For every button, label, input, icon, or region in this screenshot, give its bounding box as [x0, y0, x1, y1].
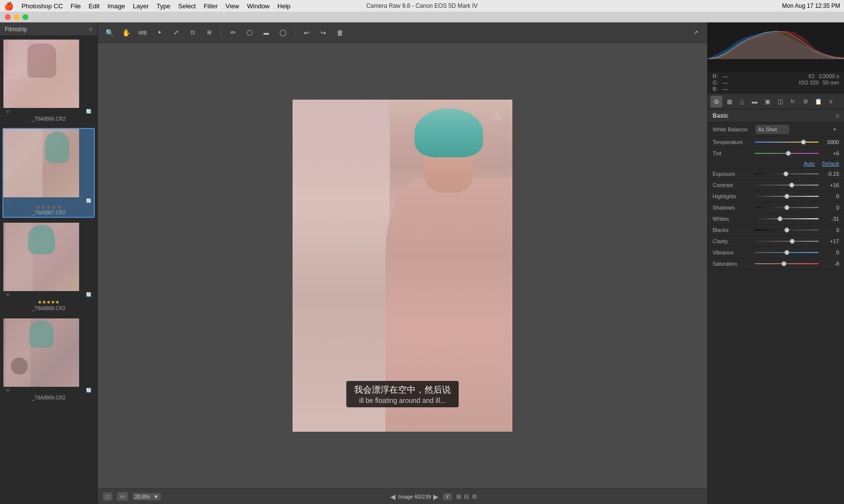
menu-help[interactable]: Help [277, 2, 291, 10]
radial-filter-tool[interactable]: ◯ [276, 26, 290, 40]
hair-element [415, 108, 483, 157]
open-object-btn[interactable]: ↗ [689, 26, 702, 40]
graduated-filter-tool[interactable]: ▬ [259, 26, 273, 40]
split-toning-tab[interactable]: ▣ [761, 96, 773, 107]
shadows-slider[interactable] [755, 204, 819, 211]
menu-window[interactable]: Window [247, 2, 270, 10]
menu-image[interactable]: Image [107, 2, 125, 10]
thumb-2 [3, 129, 79, 197]
contrast-slider[interactable] [755, 182, 819, 189]
right-panel: R: --- f/2 1/2000 s G: --- ISO 320 50 mm… [707, 22, 844, 504]
menu-type[interactable]: Type [157, 2, 170, 10]
toolbar: 🔍 ✋ WB ✦ ⤢ ⊡ ⊞ ✏ ◯ ▬ ◯ ↩ ↪ 🗑 ↗ [98, 22, 707, 43]
saturation-slider[interactable] [755, 260, 819, 267]
presets-tab[interactable]: 📋 [812, 96, 824, 107]
basic-tab[interactable]: ⊙ [711, 96, 722, 107]
wb-select-wrap: As Shot Auto Daylight Cloudy Shade Tungs… [756, 125, 839, 134]
aspect-ratio-btn[interactable]: ▭ [117, 492, 128, 501]
dot-5 [58, 206, 61, 209]
prev-image-btn[interactable]: ◀ [390, 493, 396, 501]
vibrance-slider[interactable] [755, 249, 819, 256]
app-name[interactable]: Photoshop CC [21, 2, 63, 10]
delete-btn[interactable]: 🗑 [333, 26, 347, 40]
filmstrip-item-4[interactable]: ⊞ 🔄 _T8A8869.CR2 [2, 317, 95, 403]
clarity-value: +17 [822, 238, 839, 244]
undo-btn[interactable]: ↩ [300, 26, 314, 40]
exposure-slider[interactable] [755, 170, 819, 177]
effects-tab[interactable]: fx [787, 96, 799, 107]
subtitle-chinese: 我会漂浮在空中，然后说 [354, 384, 451, 396]
next-image-btn[interactable]: ▶ [433, 493, 439, 501]
calibration-tab[interactable]: ⚙ [800, 96, 811, 107]
menu-filter[interactable]: Filter [204, 2, 218, 10]
zoom-value: 20.8% [135, 494, 150, 500]
filmstrip-item-2-icons: ⊞ 🔄 [3, 197, 94, 204]
spot-removal-tool[interactable]: ✏ [226, 26, 240, 40]
color-sampler-tool[interactable]: ✦ [152, 26, 166, 40]
blacks-slider[interactable] [755, 227, 819, 233]
filmstrip-item-3[interactable]: ⊞ 🔄 ★★★★★ _T8A8868.CR2 [2, 222, 95, 314]
hand-tool[interactable]: ✋ [119, 26, 133, 40]
g-value: --- [722, 80, 728, 85]
thumb-1 [3, 40, 79, 108]
saturation-row: Saturation -8 [708, 258, 844, 270]
filmstrip-item-1[interactable]: ⊞ 🔄 _T8A8866.CR2 [2, 39, 95, 124]
filmstrip-header: Filmstrip ≡ [0, 22, 97, 36]
tint-slider[interactable] [755, 150, 819, 157]
maximize-button[interactable] [22, 14, 28, 20]
auto-button[interactable]: Auto [804, 161, 815, 167]
panel-menu-icon[interactable]: ≡ [836, 112, 839, 119]
aspect-btn[interactable]: □ [103, 492, 113, 501]
grid-view-btn[interactable]: ⊞ [456, 493, 461, 500]
zoom-display: 20.8% ▼ [132, 493, 161, 501]
menu-layer[interactable]: Layer [133, 2, 149, 10]
tint-row: Tint +6 [708, 148, 844, 159]
wb-tool[interactable]: WB [136, 26, 149, 40]
zoom-tool[interactable]: 🔍 [103, 26, 116, 40]
redo-btn[interactable]: ↪ [316, 26, 330, 40]
y-flag-btn[interactable]: Y [443, 493, 452, 501]
filmstrip-menu-icon[interactable]: ≡ [89, 26, 92, 33]
apple-icon[interactable]: 🍎 [4, 1, 14, 11]
default-button[interactable]: Default [822, 161, 839, 167]
menu-edit[interactable]: Edit [89, 2, 100, 10]
menu-file[interactable]: File [71, 2, 81, 10]
whites-slider[interactable] [755, 215, 819, 222]
close-button[interactable] [5, 14, 11, 20]
zoom-dropdown-icon[interactable]: ▼ [153, 494, 159, 500]
settings-bottom-btn[interactable]: ⚙ [472, 493, 477, 500]
snapshots-tab[interactable]: ≡ [825, 96, 837, 107]
transform-tool[interactable]: ⊞ [202, 26, 216, 40]
filmstrip-filename-2: _T8A8867.CR2 [32, 210, 65, 215]
menu-select[interactable]: Select [178, 2, 196, 10]
iso: ISO 320 [799, 80, 819, 85]
crop-tool[interactable]: ⤢ [169, 26, 183, 40]
lens-tab[interactable]: ◫ [774, 96, 786, 107]
dot-1 [36, 206, 40, 209]
filmstrip-item-2-info: _T8A8867.CR2 [3, 204, 94, 217]
redeye-tool[interactable]: ◯ [243, 26, 256, 40]
tone-curve-tab[interactable]: ▦ [723, 96, 735, 107]
filmstrip-badge-left-2: ⊞ [6, 198, 10, 203]
photo-canvas: ⚠ 我会漂浮在空中，然后说 ill be floating around and… [293, 100, 512, 432]
clarity-slider[interactable] [755, 238, 819, 245]
exposure-label: Exposure [713, 171, 752, 177]
temperature-slider[interactable] [755, 139, 819, 146]
compare-btn[interactable]: ⊟ [464, 493, 469, 500]
wb-select[interactable]: As Shot Auto Daylight Cloudy Shade Tungs… [756, 125, 789, 134]
highlights-slider[interactable] [755, 193, 819, 200]
hsl-tab[interactable]: ▬ [749, 96, 760, 107]
tool-tabs: ⊙ ▦ △ ▬ ▣ ◫ fx ⚙ 📋 ≡ [708, 94, 844, 109]
filmstrip-filename-4: _T8A8869.CR2 [32, 395, 65, 400]
menu-view[interactable]: View [226, 2, 239, 10]
vibrance-label: Vibrance [713, 250, 752, 255]
thumb-3 [3, 223, 79, 291]
detail-tab[interactable]: △ [736, 96, 748, 107]
contrast-value: +16 [822, 182, 839, 188]
filmstrip-title: Filmstrip [5, 26, 27, 33]
straighten-tool[interactable]: ⊡ [186, 26, 199, 40]
minimize-button[interactable] [14, 14, 20, 20]
titlebar-buttons [5, 14, 28, 20]
auto-default-row: Auto Default [708, 159, 844, 168]
filmstrip-item-2[interactable]: ⊞ 🔄 _T8A8867.CR2 [2, 128, 95, 218]
